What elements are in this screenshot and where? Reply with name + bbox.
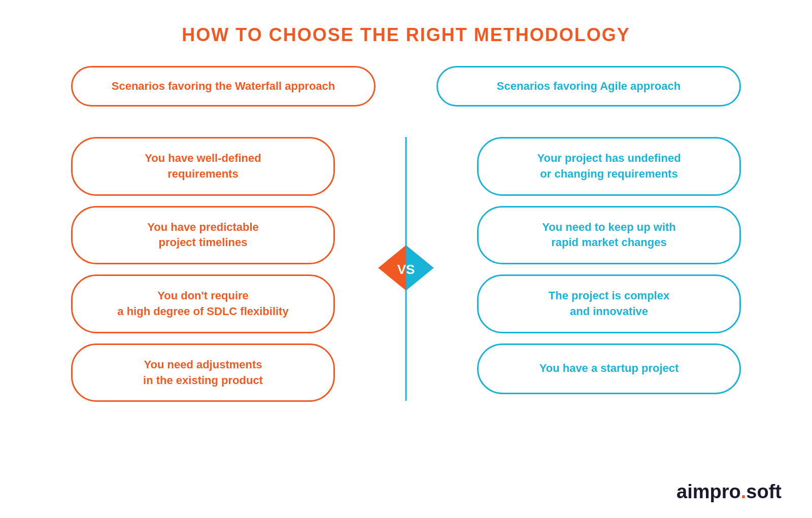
agile-item-4-text: You have a startup project	[539, 361, 679, 376]
waterfall-item-2: You have predictableproject timelines	[71, 206, 335, 265]
waterfall-item-2-text: You have predictableproject timelines	[147, 220, 259, 251]
agile-column: Your project has undefinedor changing re…	[477, 137, 741, 394]
agile-header-box: Scenarios favoring Agile approach	[436, 66, 741, 107]
header-row: Scenarios favoring the Waterfall approac…	[71, 66, 741, 107]
waterfall-item-1: You have well-definedrequirements	[71, 137, 335, 196]
logo-part1: aimpro	[676, 481, 741, 502]
main-container: Scenarios favoring the Waterfall approac…	[0, 66, 812, 402]
vs-center: VS	[365, 137, 447, 401]
vs-badge: VS	[378, 245, 434, 293]
agile-header-label: Scenarios favoring Agile approach	[497, 80, 681, 93]
waterfall-column: You have well-definedrequirements You ha…	[71, 137, 335, 402]
agile-item-3: The project is complexand innovative	[477, 274, 741, 333]
agile-item-1: Your project has undefinedor changing re…	[477, 137, 741, 196]
logo-part2: soft	[746, 481, 782, 502]
agile-item-3-text: The project is complexand innovative	[549, 288, 669, 320]
vs-diamond-svg: VS	[378, 245, 434, 291]
page-title: HOW TO CHOOSE THE RIGHT METHODOLOGY	[0, 0, 812, 46]
waterfall-header-box: Scenarios favoring the Waterfall approac…	[71, 66, 376, 107]
waterfall-item-3-text: You don't requirea high degree of SDLC f…	[117, 288, 288, 320]
agile-item-4: You have a startup project	[477, 343, 741, 394]
agile-item-2: You need to keep up withrapid market cha…	[477, 206, 741, 265]
waterfall-item-4-text: You need adjustmentsin the existing prod…	[143, 357, 263, 389]
waterfall-item-1-text: You have well-definedrequirements	[145, 151, 261, 182]
content-row: You have well-definedrequirements You ha…	[71, 137, 741, 402]
waterfall-header-label: Scenarios favoring the Waterfall approac…	[112, 80, 335, 93]
svg-text:VS: VS	[397, 262, 415, 277]
agile-item-1-text: Your project has undefinedor changing re…	[537, 151, 681, 182]
agile-item-2-text: You need to keep up withrapid market cha…	[542, 220, 676, 251]
logo-dot: .	[741, 481, 747, 502]
logo: aimpro.soft	[676, 481, 782, 503]
waterfall-item-4: You need adjustmentsin the existing prod…	[71, 343, 335, 402]
waterfall-item-3: You don't requirea high degree of SDLC f…	[71, 274, 335, 333]
